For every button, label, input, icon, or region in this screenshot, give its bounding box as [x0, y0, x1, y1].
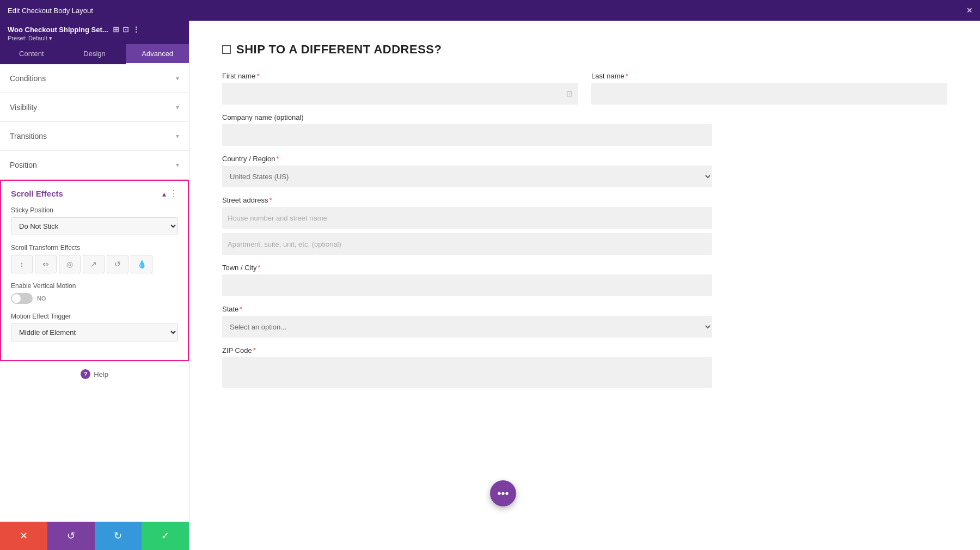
fab-icon: ••• — [497, 487, 509, 500]
tab-design[interactable]: Design — [63, 44, 126, 64]
first-name-input-wrapper: ⊡ — [222, 83, 578, 105]
accordion-transitions-label: Transitions — [10, 132, 47, 140]
field-icon: ⊡ — [566, 89, 573, 98]
save-icon: ✓ — [161, 530, 169, 542]
transform-vertical-icon[interactable]: ↕ — [11, 255, 33, 273]
vertical-motion-toggle[interactable] — [11, 293, 33, 304]
state-field: State* Select an option... — [222, 305, 712, 338]
accordion-visibility-label: Visibility — [10, 103, 37, 112]
chevron-down-icon-4: ▾ — [176, 161, 179, 169]
transform-opacity-icon[interactable]: ◎ — [59, 255, 81, 273]
first-name-field: First name* ⊡ — [222, 72, 578, 105]
close-button[interactable]: × — [966, 5, 972, 16]
accordion-transitions-header[interactable]: Transitions ▾ — [0, 122, 189, 150]
sticky-position-label: Sticky Position — [11, 206, 178, 214]
zip-row: ZIP Code* — [222, 346, 947, 388]
toggle-state-label: NO — [37, 295, 46, 302]
save-button[interactable]: ✓ — [142, 522, 189, 550]
chevron-down-icon: ▾ — [176, 75, 179, 82]
tab-advanced[interactable]: Advanced — [126, 44, 189, 64]
accordion-visibility: Visibility ▾ — [0, 93, 189, 122]
scroll-effects-header[interactable]: Scroll Effects ▴ ⋮ — [1, 181, 188, 206]
settings-icon[interactable]: ⊞ — [113, 25, 119, 34]
sticky-position-select[interactable]: Do Not Stick Top of Page Bottom of Page — [11, 217, 178, 235]
country-row: Country / Region* United States (US) — [222, 155, 947, 187]
delete-icon: ✕ — [20, 530, 28, 542]
accordion-position: Position ▾ — [0, 151, 189, 180]
chevron-up-icon: ▴ — [162, 190, 166, 198]
scroll-effects-controls: ▴ ⋮ — [162, 188, 178, 199]
transform-rotate-icon[interactable]: ↺ — [107, 255, 128, 273]
main-layout: Woo Checkout Shipping Set... ⊞ ⊡ ⋮ Prese… — [0, 21, 980, 550]
street-address-field: Street address* House number and street … — [222, 196, 712, 255]
street-address-2-input[interactable]: Apartment, suite, unit, etc. (optional) — [222, 233, 712, 255]
accordion-conditions-header[interactable]: Conditions ▾ — [0, 64, 189, 93]
state-select[interactable]: Select an option... — [222, 316, 712, 338]
vertical-motion-label: Enable Vertical Motion — [11, 282, 178, 290]
scroll-effects-section: Scroll Effects ▴ ⋮ Sticky Position Do No… — [0, 180, 189, 361]
help-button[interactable]: ? Help — [81, 369, 108, 379]
panel-title-row: Woo Checkout Shipping Set... ⊞ ⊡ ⋮ — [8, 25, 181, 34]
first-name-input[interactable] — [222, 83, 578, 105]
scroll-effects-menu-icon[interactable]: ⋮ — [169, 188, 178, 199]
transform-scale-icon[interactable]: ↗ — [83, 255, 105, 273]
scroll-transform-label: Scroll Transform Effects — [11, 244, 178, 252]
accordion-position-label: Position — [10, 161, 37, 169]
zip-code-field: ZIP Code* — [222, 346, 712, 388]
panel-header: Woo Checkout Shipping Set... ⊞ ⊡ ⋮ Prese… — [0, 21, 189, 44]
more-icon[interactable]: ⋮ — [132, 25, 140, 34]
company-row: Company name (optional) — [222, 113, 947, 146]
company-name-field: Company name (optional) — [222, 113, 947, 146]
scroll-effects-content: Sticky Position Do Not Stick Top of Page… — [1, 206, 188, 360]
motion-trigger-select[interactable]: Middle of Element Top of Element Bottom … — [11, 323, 178, 341]
town-city-label: Town / City* — [222, 264, 712, 272]
street-address-label: Street address* — [222, 196, 712, 204]
vertical-motion-group: Enable Vertical Motion NO — [11, 282, 178, 304]
title-bar-title: Edit Checkout Body Layout — [8, 7, 93, 15]
accordion-conditions-label: Conditions — [10, 74, 46, 83]
undo-button[interactable]: ↺ — [47, 522, 95, 550]
street-address-input[interactable]: House number and street name — [222, 207, 712, 229]
first-name-label: First name* — [222, 72, 578, 80]
state-row: State* Select an option... — [222, 305, 947, 338]
tab-content[interactable]: Content — [0, 44, 63, 64]
help-label: Help — [94, 370, 108, 378]
accordion-conditions: Conditions ▾ — [0, 64, 189, 93]
help-area: ? Help — [0, 361, 189, 387]
transform-icons-row: ↕ ⇔ ◎ ↗ ↺ 💧 — [11, 255, 178, 273]
zip-code-label: ZIP Code* — [222, 346, 712, 355]
company-name-input[interactable] — [222, 124, 712, 146]
last-name-input[interactable] — [591, 83, 947, 105]
country-select[interactable]: United States (US) — [222, 166, 712, 187]
fab-button[interactable]: ••• — [490, 480, 516, 506]
redo-button[interactable]: ↻ — [95, 522, 142, 550]
town-city-input[interactable] — [222, 274, 712, 296]
delete-button[interactable]: ✕ — [0, 522, 47, 550]
ship-title: SHIP TO A DIFFERENT ADDRESS? — [236, 42, 442, 57]
city-row: Town / City* — [222, 264, 947, 296]
accordion-visibility-header[interactable]: Visibility ▾ — [0, 93, 189, 121]
panel-content: Conditions ▾ Visibility ▾ Transitions ▾ — [0, 64, 189, 522]
toggle-knob — [12, 294, 21, 303]
ship-checkbox[interactable] — [222, 45, 231, 54]
chevron-down-icon-3: ▾ — [176, 132, 179, 140]
transform-blur-icon[interactable]: 💧 — [131, 255, 152, 273]
last-name-field: Last name* — [591, 72, 947, 105]
scroll-transform-group: Scroll Transform Effects ↕ ⇔ ◎ ↗ ↺ 💧 — [11, 244, 178, 273]
state-label: State* — [222, 305, 712, 313]
title-bar: Edit Checkout Body Layout × — [0, 0, 980, 21]
transform-horizontal-icon[interactable]: ⇔ — [35, 255, 57, 273]
toggle-row: NO — [11, 293, 178, 304]
chevron-down-icon-2: ▾ — [176, 103, 179, 111]
town-city-field: Town / City* — [222, 264, 712, 296]
scroll-effects-title: Scroll Effects — [11, 189, 63, 198]
country-label: Country / Region* — [222, 155, 712, 163]
layout-icon[interactable]: ⊡ — [122, 25, 129, 34]
company-name-label: Company name (optional) — [222, 113, 947, 121]
zip-code-input[interactable] — [222, 357, 712, 388]
left-panel: Woo Checkout Shipping Set... ⊞ ⊡ ⋮ Prese… — [0, 21, 189, 550]
accordion-position-header[interactable]: Position ▾ — [0, 151, 189, 179]
panel-title-text: Woo Checkout Shipping Set... — [8, 26, 108, 34]
preset-label[interactable]: Preset: Default ▾ — [8, 35, 181, 42]
panel-tabs: Content Design Advanced — [0, 44, 189, 64]
